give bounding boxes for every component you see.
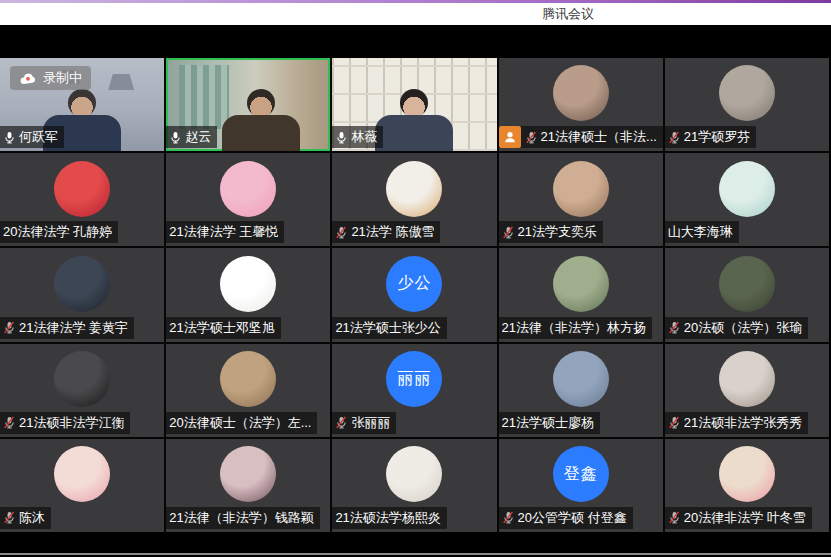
video-person-silhouette <box>216 89 306 151</box>
mic-icon <box>335 130 348 145</box>
recording-badge: 录制中 <box>10 66 91 90</box>
participant-name-bar: 21法律硕士（非法... <box>499 126 663 148</box>
mic-muted-icon <box>668 320 681 335</box>
participant-name-bar: 21法学硕士廖杨 <box>499 412 600 434</box>
participant-name-bar: 21法硕非法学张秀秀 <box>665 412 808 434</box>
participant-tile[interactable]: 21学硕罗芬 <box>665 58 829 151</box>
participant-name: 21法硕非法学江衡 <box>19 414 124 432</box>
participant-tile[interactable]: 21法学硕士廖杨 <box>499 344 663 437</box>
ceiling-lamp-shape <box>108 74 134 90</box>
participant-tile[interactable]: 林薇 <box>332 58 496 151</box>
avatar <box>719 256 775 312</box>
recording-badge-label: 录制中 <box>43 69 82 87</box>
avatar <box>54 351 110 407</box>
participant-tile[interactable]: 21法律硕士（非法... <box>499 58 663 151</box>
participant-tile[interactable]: 20法律法学 孔静婷 <box>0 153 164 246</box>
participant-tile[interactable]: 21法律（非法学）钱路颖 <box>166 439 330 532</box>
participant-name-bar: 21法律（非法学）林方扬 <box>499 317 652 339</box>
avatar <box>54 256 110 312</box>
participant-name: 21法学 陈傲雪 <box>351 223 434 241</box>
participant-name-bar: 21法学 陈傲雪 <box>332 221 440 243</box>
participant-name-bar: 林薇 <box>332 126 383 148</box>
mic-muted-icon <box>335 225 348 240</box>
participant-tile[interactable]: 登鑫20公管学硕 付登鑫 <box>499 439 663 532</box>
participant-tile[interactable]: 丽丽张丽丽 <box>332 344 496 437</box>
participant-name: 20公管学硕 付登鑫 <box>518 509 627 527</box>
avatar <box>553 351 609 407</box>
person-body <box>375 115 453 151</box>
meeting-toolbar-area <box>0 25 831 58</box>
participant-tile[interactable]: 21法学 陈傲雪 <box>332 153 496 246</box>
mic-muted-icon <box>3 320 16 335</box>
mic-muted-icon <box>525 130 538 145</box>
participant-tile[interactable]: 20法律硕士（法学）左... <box>166 344 330 437</box>
participant-name-bar: 20公管学硕 付登鑫 <box>499 507 633 529</box>
participant-name-bar: 何跃军 <box>0 126 64 148</box>
participant-name-bar: 21法律法学 王馨悦 <box>166 221 284 243</box>
participant-name-bar: 21法硕法学杨熙炎 <box>332 507 446 529</box>
person-head <box>68 89 96 117</box>
participant-tile[interactable]: 赵云 <box>166 58 330 151</box>
avatar: 登鑫 <box>553 446 609 502</box>
person-head <box>247 89 275 117</box>
participant-tile[interactable]: 山大李海琳 <box>665 153 829 246</box>
avatar <box>386 161 442 217</box>
participant-tile[interactable]: 21法律（非法学）林方扬 <box>499 248 663 341</box>
participant-name: 21法硕法学杨熙炎 <box>335 509 440 527</box>
avatar <box>553 65 609 121</box>
participant-name-bar: 20法律非法学 叶冬雪 <box>665 507 812 529</box>
participant-grid: 录制中何跃军赵云林薇21法律硕士（非法...21学硕罗芬20法律法学 孔静婷21… <box>0 58 829 532</box>
avatar <box>220 256 276 312</box>
avatar <box>386 446 442 502</box>
mic-muted-icon <box>502 225 515 240</box>
participant-name-bar: 21法硕非法学江衡 <box>0 412 130 434</box>
avatar <box>54 446 110 502</box>
participant-name: 21法学硕士廖杨 <box>502 414 594 432</box>
participant-tile[interactable]: 陈沐 <box>0 439 164 532</box>
participant-tile[interactable]: 21法硕法学杨熙炎 <box>332 439 496 532</box>
participant-name-bar: 21法学硕士张少公 <box>332 317 446 339</box>
participant-name-bar: 21法律（非法学）钱路颖 <box>166 507 319 529</box>
avatar: 少公 <box>386 256 442 312</box>
window-title: 腾讯会议 <box>542 5 594 23</box>
participant-tile[interactable]: 21法律法学 王馨悦 <box>166 153 330 246</box>
participant-tile[interactable]: 录制中何跃军 <box>0 58 164 151</box>
participant-name: 20法律法学 孔静婷 <box>3 223 112 241</box>
participant-name: 林薇 <box>351 128 377 146</box>
participant-name: 20法硕（法学）张瑜 <box>684 319 802 337</box>
mic-icon <box>3 130 16 145</box>
participant-name-bar: 21法学硕士邓坚旭 <box>166 317 280 339</box>
participant-name-bar: 21法律法学 姜黄宇 <box>0 317 134 339</box>
participant-name: 20法律硕士（法学）左... <box>169 414 311 432</box>
participant-tile[interactable]: 少公21法学硕士张少公 <box>332 248 496 341</box>
window-titlebar[interactable]: 腾讯会议 <box>0 3 831 25</box>
bottom-area <box>0 532 831 557</box>
participant-tile[interactable]: 21法硕非法学张秀秀 <box>665 344 829 437</box>
participant-name: 21法学支奕乐 <box>518 223 597 241</box>
participant-name: 21学硕罗芬 <box>684 128 750 146</box>
mic-muted-icon <box>668 510 681 525</box>
cloud-icon <box>19 72 37 85</box>
mic-muted-icon <box>335 415 348 430</box>
participant-name-bar: 张丽丽 <box>332 412 396 434</box>
participant-name: 山大李海琳 <box>668 223 733 241</box>
participant-tile[interactable]: 21法学硕士邓坚旭 <box>166 248 330 341</box>
mic-muted-icon <box>668 130 681 145</box>
avatar <box>719 351 775 407</box>
participant-tile[interactable]: 21法律法学 姜黄宇 <box>0 248 164 341</box>
participant-name: 陈沐 <box>19 509 45 527</box>
avatar <box>719 65 775 121</box>
participant-tile[interactable]: 21法学支奕乐 <box>499 153 663 246</box>
participant-name: 21法硕非法学张秀秀 <box>684 414 802 432</box>
mic-icon <box>169 130 182 145</box>
mic-muted-icon <box>3 510 16 525</box>
mic-muted-icon <box>3 415 16 430</box>
participant-tile[interactable]: 20法硕（法学）张瑜 <box>665 248 829 341</box>
participant-name: 21法律法学 王馨悦 <box>169 223 278 241</box>
participant-tile[interactable]: 21法硕非法学江衡 <box>0 344 164 437</box>
participant-tile[interactable]: 20法律非法学 叶冬雪 <box>665 439 829 532</box>
participant-name-bar: 陈沐 <box>0 507 51 529</box>
window-bottom-edge <box>0 553 831 555</box>
avatar <box>553 161 609 217</box>
avatar <box>54 161 110 217</box>
